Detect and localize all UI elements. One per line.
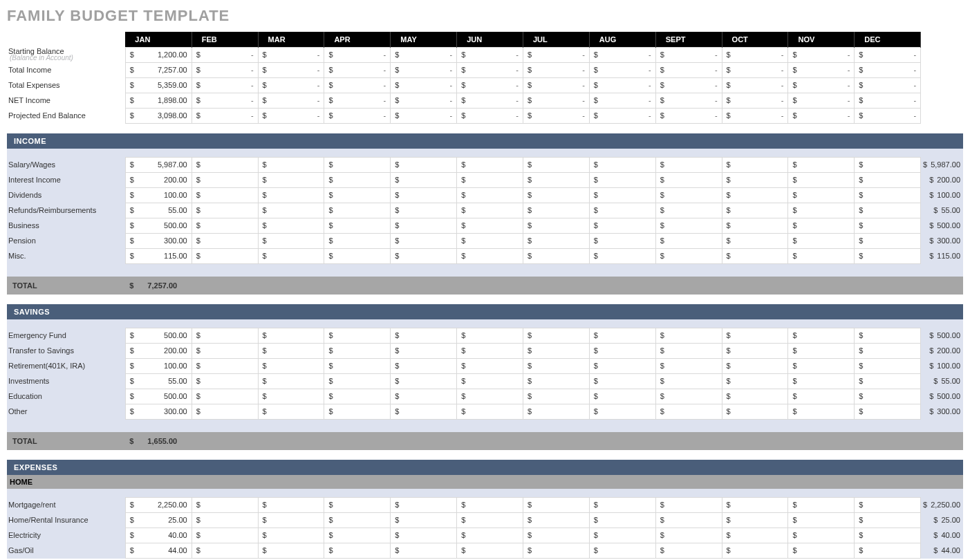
money-cell[interactable]: $ xyxy=(855,218,921,233)
money-cell[interactable]: $ xyxy=(589,358,655,373)
money-cell[interactable]: $ xyxy=(722,543,788,558)
money-cell[interactable]: $ xyxy=(457,187,523,203)
money-cell[interactable]: $ xyxy=(391,543,457,558)
money-cell[interactable]: $ xyxy=(523,528,590,543)
money-cell[interactable]: $ xyxy=(655,343,722,358)
money-cell[interactable]: $ xyxy=(324,404,391,419)
money-cell[interactable]: $ xyxy=(324,543,391,558)
money-cell[interactable]: $- xyxy=(722,47,788,62)
money-cell[interactable]: $ xyxy=(655,187,722,203)
money-cell[interactable]: $ xyxy=(324,328,391,343)
money-cell[interactable]: $500.00 xyxy=(125,328,192,343)
money-cell[interactable]: $- xyxy=(324,77,391,93)
money-cell[interactable]: $- xyxy=(391,62,457,77)
money-cell[interactable]: $ xyxy=(457,157,523,172)
money-cell[interactable]: $ xyxy=(722,248,788,263)
money-cell[interactable]: $ xyxy=(655,233,722,248)
money-cell[interactable]: $ xyxy=(523,512,590,528)
money-cell[interactable]: $ xyxy=(391,157,457,172)
money-cell[interactable]: $ xyxy=(523,157,590,172)
money-cell[interactable]: $25.00 xyxy=(125,512,192,528)
money-cell[interactable]: $ xyxy=(855,404,921,419)
money-cell[interactable]: $- xyxy=(192,62,258,77)
money-cell[interactable]: $2,250.00 xyxy=(125,497,192,512)
money-cell[interactable]: $55.00 xyxy=(125,203,192,218)
money-cell[interactable]: $ xyxy=(391,203,457,218)
money-cell[interactable]: $ xyxy=(855,497,921,512)
money-cell[interactable]: $ xyxy=(324,172,391,187)
money-cell[interactable]: $1,898.00 xyxy=(125,93,192,108)
money-cell[interactable]: $- xyxy=(258,77,324,93)
money-cell[interactable]: $ xyxy=(855,512,921,528)
money-cell[interactable]: $ xyxy=(192,358,258,373)
money-cell[interactable]: $ xyxy=(457,512,523,528)
money-cell[interactable]: $- xyxy=(391,108,457,123)
money-cell[interactable]: $ xyxy=(324,512,391,528)
money-cell[interactable]: $ xyxy=(258,389,324,404)
money-cell[interactable]: $ xyxy=(391,187,457,203)
money-cell[interactable]: $ xyxy=(391,328,457,343)
money-cell[interactable]: $ xyxy=(192,172,258,187)
money-cell[interactable]: $ xyxy=(391,172,457,187)
money-cell[interactable]: $ xyxy=(391,233,457,248)
money-cell[interactable]: $100.00 xyxy=(125,187,192,203)
money-cell[interactable]: $ xyxy=(788,218,855,233)
money-cell[interactable]: $ xyxy=(457,497,523,512)
money-cell[interactable]: $- xyxy=(855,93,921,108)
money-cell[interactable]: $ xyxy=(391,343,457,358)
money-cell[interactable]: $ xyxy=(258,528,324,543)
money-cell[interactable]: $ xyxy=(655,389,722,404)
money-cell[interactable]: $- xyxy=(324,47,391,62)
money-cell[interactable]: $- xyxy=(589,108,655,123)
money-cell[interactable]: $- xyxy=(655,108,722,123)
money-cell[interactable]: $- xyxy=(655,62,722,77)
money-cell[interactable]: $ xyxy=(788,343,855,358)
money-cell[interactable]: $- xyxy=(324,62,391,77)
money-cell[interactable]: $ xyxy=(788,157,855,172)
money-cell[interactable]: $ xyxy=(855,328,921,343)
money-cell[interactable]: $ xyxy=(589,404,655,419)
money-cell[interactable]: $ xyxy=(855,358,921,373)
money-cell[interactable]: $200.00 xyxy=(125,172,192,187)
money-cell[interactable]: $ xyxy=(523,358,590,373)
money-cell[interactable]: $- xyxy=(655,47,722,62)
money-cell[interactable]: $7,257.00 xyxy=(125,62,192,77)
money-cell[interactable]: $ xyxy=(788,172,855,187)
money-cell[interactable]: $ xyxy=(192,187,258,203)
money-cell[interactable]: $ xyxy=(855,343,921,358)
money-cell[interactable]: $- xyxy=(855,108,921,123)
money-cell[interactable]: $ xyxy=(324,248,391,263)
money-cell[interactable]: $ xyxy=(192,528,258,543)
money-cell[interactable]: $ xyxy=(655,543,722,558)
money-cell[interactable]: $ xyxy=(722,528,788,543)
money-cell[interactable]: $- xyxy=(788,62,855,77)
money-cell[interactable]: $300.00 xyxy=(125,233,192,248)
money-cell[interactable]: $ xyxy=(655,528,722,543)
money-cell[interactable]: $ xyxy=(788,358,855,373)
money-cell[interactable]: $- xyxy=(589,47,655,62)
money-cell[interactable]: $ xyxy=(192,343,258,358)
money-cell[interactable]: $ xyxy=(655,203,722,218)
money-cell[interactable]: $ xyxy=(589,528,655,543)
money-cell[interactable]: $ xyxy=(258,358,324,373)
money-cell[interactable]: $ xyxy=(192,389,258,404)
money-cell[interactable]: $ xyxy=(855,157,921,172)
money-cell[interactable]: $ xyxy=(788,203,855,218)
money-cell[interactable]: $ xyxy=(855,389,921,404)
money-cell[interactable]: $ xyxy=(589,233,655,248)
money-cell[interactable]: $ xyxy=(788,233,855,248)
money-cell[interactable]: $ xyxy=(192,543,258,558)
money-cell[interactable]: $ xyxy=(655,404,722,419)
money-cell[interactable]: $ xyxy=(788,328,855,343)
money-cell[interactable]: $ xyxy=(258,373,324,389)
money-cell[interactable]: $ xyxy=(855,187,921,203)
money-cell[interactable]: $- xyxy=(457,77,523,93)
money-cell[interactable]: $ xyxy=(722,187,788,203)
money-cell[interactable]: $- xyxy=(324,93,391,108)
money-cell[interactable]: $ xyxy=(391,528,457,543)
money-cell[interactable]: $ xyxy=(457,358,523,373)
money-cell[interactable]: $- xyxy=(655,77,722,93)
money-cell[interactable]: $ xyxy=(722,404,788,419)
money-cell[interactable]: $- xyxy=(523,47,590,62)
money-cell[interactable]: $ xyxy=(192,203,258,218)
